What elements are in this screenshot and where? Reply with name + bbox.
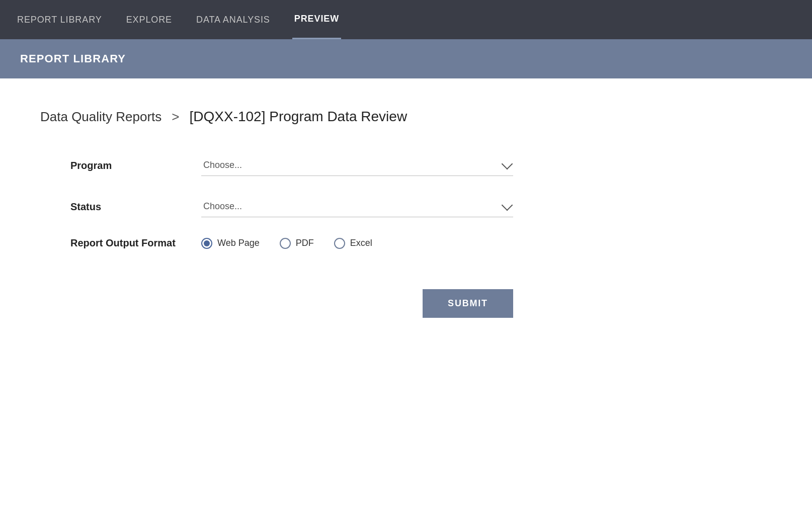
status-label: Status [70,201,201,213]
radio-option-webpage[interactable]: Web Page [201,238,260,249]
program-dropdown-text: Choose... [203,160,242,170]
radio-circle-pdf [280,238,291,249]
breadcrumb-current: [DQXX-102] Program Data Review [190,109,408,125]
nav-item-preview[interactable]: PREVIEW [292,0,341,39]
radio-label-pdf: PDF [296,238,314,248]
chevron-down-icon [502,158,513,170]
page-header-banner: REPORT LIBRARY [0,39,812,78]
nav-item-report-library[interactable]: REPORT LIBRARY [15,0,104,39]
program-control: Choose... [201,155,523,176]
form: Program Choose... Status Choose... Repor… [70,155,523,318]
breadcrumb-parent: Data Quality Reports [40,109,161,125]
status-dropdown-text: Choose... [203,201,242,212]
submit-row: SUBMIT [70,289,513,318]
status-control: Choose... [201,196,523,217]
status-row: Status Choose... [70,196,523,217]
status-dropdown[interactable]: Choose... [201,196,513,217]
nav-item-explore[interactable]: EXPLORE [124,0,174,39]
radio-circle-webpage [201,238,212,249]
page-header-title: REPORT LIBRARY [20,52,126,65]
chevron-down-icon [502,200,513,211]
breadcrumb: Data Quality Reports > [DQXX-102] Progra… [40,109,772,125]
radio-option-excel[interactable]: Excel [334,238,372,249]
radio-label-excel: Excel [350,238,372,248]
main-content: Data Quality Reports > [DQXX-102] Progra… [0,78,812,524]
nav-item-data-analysis[interactable]: DATA ANALYSIS [194,0,272,39]
output-format-row: Report Output Format Web Page PDF [70,237,523,249]
program-label: Program [70,160,201,171]
radio-label-webpage: Web Page [217,238,260,248]
output-format-control: Web Page PDF Excel [201,238,523,249]
radio-option-pdf[interactable]: PDF [280,238,314,249]
breadcrumb-separator: > [172,109,179,125]
program-row: Program Choose... [70,155,523,176]
output-format-label: Report Output Format [70,237,201,249]
radio-group: Web Page PDF Excel [201,238,523,249]
radio-circle-excel [334,238,345,249]
top-navigation: REPORT LIBRARY EXPLORE DATA ANALYSIS PRE… [0,0,812,39]
submit-button[interactable]: SUBMIT [423,289,513,318]
program-dropdown[interactable]: Choose... [201,155,513,176]
